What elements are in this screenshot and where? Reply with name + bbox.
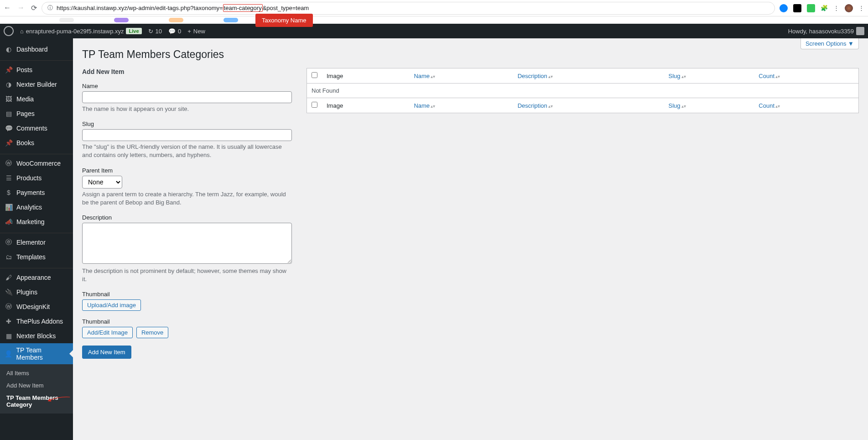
sort-icon: ▴▾ [548, 74, 553, 79]
screen-options-button[interactable]: Screen Options ▼ [800, 38, 859, 49]
comments-count[interactable]: 💬 0 [168, 28, 181, 35]
menu-elementor[interactable]: ⓔElementor [0, 235, 73, 250]
nav-back-icon[interactable]: ← [4, 4, 11, 12]
dashboard-icon: ◐ [5, 45, 13, 53]
menu-pages[interactable]: ▤Pages [0, 106, 73, 121]
menu-books[interactable]: 📌Books [0, 136, 73, 150]
nexterblocks-icon: ▦ [5, 332, 13, 340]
menu-posts[interactable]: 📌Posts [0, 63, 73, 77]
col-count[interactable]: Count▴▾ [754, 68, 858, 84]
home-icon: ⌂ [20, 28, 24, 35]
menu-plugins[interactable]: 🔌Plugins [0, 285, 73, 299]
wp-logo-icon[interactable] [4, 26, 14, 36]
menu-payments[interactable]: $Payments [0, 185, 73, 200]
avatar [856, 27, 864, 35]
marketing-icon: 📣 [5, 218, 13, 226]
pin-icon: 📌 [5, 66, 13, 74]
menu-woocommerce[interactable]: ⓦWooCommerce [0, 156, 73, 171]
refresh-icon: ↻ [148, 28, 153, 35]
howdy-menu[interactable]: Howdy, hasasovoku3359 [788, 27, 864, 35]
parent-help: Assign a parent term to create a hierarc… [82, 190, 292, 207]
submenu-add-new[interactable]: Add New Item [0, 379, 73, 392]
nav-reload-icon[interactable]: ⟳ [31, 4, 37, 12]
comments-icon: 💬 [5, 124, 13, 132]
submenu-category[interactable]: TP Team Members Category [0, 392, 73, 411]
admin-sidebar: ◐Dashboard 📌Posts ◑Nexter Builder 🖼Media… [0, 38, 73, 440]
col-image-foot: Image [322, 98, 409, 113]
select-all-checkbox-foot[interactable] [312, 102, 317, 108]
refresh-count[interactable]: ↻ 10 [148, 28, 162, 35]
menu-nexter[interactable]: ◑Nexter Builder [0, 77, 73, 92]
menu-dashboard[interactable]: ◐Dashboard [0, 42, 73, 57]
submit-button[interactable]: Add New Item [82, 346, 131, 359]
nav-forward-icon[interactable]: → [17, 4, 25, 12]
col-description-foot[interactable]: Description▴▾ [513, 98, 664, 113]
plus-icon: + [187, 28, 191, 35]
menu-comments[interactable]: 💬Comments [0, 121, 73, 136]
menu-appearance[interactable]: 🖌Appearance [0, 270, 73, 285]
no-items-row: Not Found [307, 84, 859, 98]
books-icon: 📌 [5, 139, 13, 147]
menu-tpteam[interactable]: 👤TP Team Members [0, 343, 73, 364]
description-textarea[interactable] [82, 223, 292, 264]
menu-analytics[interactable]: 📊Analytics [0, 200, 73, 215]
url-bar[interactable]: ⓘ https://kaushal.instawp.xyz/wp-admin/e… [42, 2, 775, 15]
tpteam-icon: 👤 [5, 350, 13, 358]
name-help: The name is how it appears on your site. [82, 105, 292, 113]
analytics-icon: 📊 [5, 203, 13, 211]
menu-products[interactable]: ☰Products [0, 171, 73, 185]
media-icon: 🖼 [5, 95, 13, 103]
add-edit-image-button[interactable]: Add/Edit Image [82, 327, 133, 338]
terms-table: Image Name▴▾ Description▴▾ Slug▴▾ Count▴… [307, 68, 859, 113]
wdesign-icon: ⓦ [5, 303, 13, 311]
col-count-foot[interactable]: Count▴▾ [754, 98, 858, 113]
submenu-all-items[interactable]: All Items [0, 367, 73, 379]
menu-theplus[interactable]: ✚ThePlus Addons [0, 314, 73, 329]
name-input[interactable] [82, 91, 292, 103]
puzzle-icon[interactable]: 🧩 [821, 5, 828, 11]
plugins-icon: 🔌 [5, 288, 13, 296]
site-info-icon: ⓘ [47, 4, 53, 12]
annotation-callout: Taxonomy Name [255, 14, 313, 27]
col-slug[interactable]: Slug▴▾ [664, 68, 754, 84]
col-image: Image [322, 68, 409, 84]
menu-wdesignkit[interactable]: ⓦWDesignKit [0, 299, 73, 314]
ext-icon[interactable] [780, 4, 788, 12]
upload-image-button[interactable]: Upload/Add image [82, 299, 141, 311]
slug-label: Slug [82, 120, 292, 127]
form-heading: Add New Item [82, 68, 292, 75]
remove-image-button[interactable]: Remove [136, 327, 168, 338]
menu-templates[interactable]: 🗂Templates [0, 250, 73, 264]
slug-input[interactable] [82, 129, 292, 141]
menu-icon[interactable]: ⋮ [858, 5, 864, 11]
select-all-checkbox[interactable] [312, 72, 317, 78]
menu-nexterblocks[interactable]: ▦Nexter Blocks [0, 329, 73, 343]
parent-select[interactable]: None [82, 176, 122, 189]
payments-icon: $ [5, 189, 13, 197]
kebab-icon[interactable]: ⋮ [833, 5, 839, 11]
profile-avatar[interactable] [845, 4, 853, 12]
slug-help: The "slug" is the URL-friendly version o… [82, 143, 292, 159]
menu-media[interactable]: 🖼Media [0, 92, 73, 106]
theplus-icon: ✚ [5, 317, 13, 325]
site-link[interactable]: ⌂ enraptured-puma-0e29f5.instawp.xyz Liv… [20, 28, 142, 35]
col-description[interactable]: Description▴▾ [513, 68, 664, 84]
ext-icon[interactable] [793, 4, 801, 12]
sort-icon: ▴▾ [775, 74, 780, 79]
page-title: TP Team Members Categories [82, 48, 859, 61]
ext-icon[interactable] [807, 4, 815, 12]
col-name[interactable]: Name▴▾ [409, 68, 513, 84]
tab-strip [0, 16, 868, 24]
elementor-icon: ⓔ [5, 238, 13, 246]
col-slug-foot[interactable]: Slug▴▾ [664, 98, 754, 113]
menu-marketing[interactable]: 📣Marketing [0, 215, 73, 229]
appearance-icon: 🖌 [5, 273, 13, 282]
new-menu[interactable]: + New [187, 28, 205, 35]
col-name-foot[interactable]: Name▴▾ [409, 98, 513, 113]
url-text: https://kaushal.instawp.xyz/wp-admin/edi… [57, 5, 309, 11]
parent-label: Parent Item [82, 167, 292, 174]
sort-icon: ▴▾ [431, 104, 435, 109]
thumbnail-label-2: Thumbnail [82, 318, 292, 325]
sort-icon: ▴▾ [681, 104, 686, 109]
live-badge: Live [126, 28, 141, 34]
